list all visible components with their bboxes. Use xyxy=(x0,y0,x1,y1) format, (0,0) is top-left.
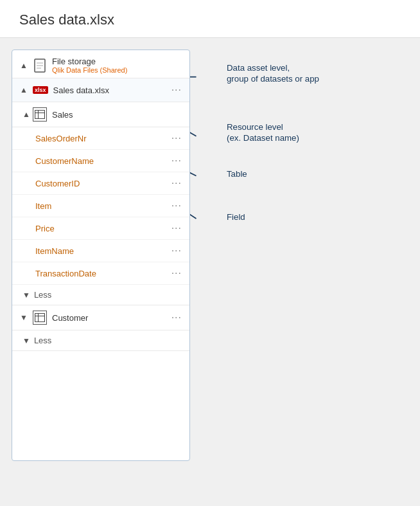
less-customer-chevron-icon: ▼ xyxy=(22,336,30,345)
field-salesordernr: SalesOrderNr xyxy=(35,134,169,143)
customer-table-row: ▼ Customer ··· xyxy=(12,305,189,330)
file-storage-row: ▲ File storage Qlik Data Files (Shared) xyxy=(12,50,189,78)
field-row-price: Price ··· xyxy=(12,217,189,240)
customer-table-menu[interactable]: ··· xyxy=(169,312,184,323)
field-row-customerid: CustomerID ··· xyxy=(12,172,189,195)
svg-line-17 xyxy=(190,182,196,219)
field-row-salesordernr: SalesOrderNr ··· xyxy=(12,127,189,150)
svg-line-13 xyxy=(190,115,196,136)
svg-rect-1 xyxy=(35,111,45,119)
file-storage-name: File storage xyxy=(52,57,127,66)
svg-text:(ex. Dataset name): (ex. Dataset name) xyxy=(227,133,299,143)
svg-text:Resource level: Resource level xyxy=(227,122,283,132)
field-itemname-menu[interactable]: ··· xyxy=(169,245,184,257)
page-container: Sales data.xlsx ▲ File storage Qlik Data… xyxy=(0,0,420,506)
collapse-customer-button[interactable]: ▼ xyxy=(17,311,30,324)
xlsx-badge: xlsx xyxy=(33,86,48,94)
sales-table-row: ▲ Sales xyxy=(12,102,189,127)
field-itemname: ItemName xyxy=(35,246,169,256)
field-price: Price xyxy=(35,224,169,233)
svg-text:Field: Field xyxy=(227,212,245,222)
resource-row: ▲ xlsx Sales data.xlsx ··· xyxy=(12,78,189,102)
svg-text:Table: Table xyxy=(227,169,247,179)
less-sales-label: Less xyxy=(34,290,51,300)
annotations-area: Data asset level, group of datasets or a… xyxy=(190,50,408,461)
svg-line-15 xyxy=(190,154,196,176)
svg-rect-4 xyxy=(35,314,45,322)
less-customer-label: Less xyxy=(34,336,51,345)
sales-table-name: Sales xyxy=(52,110,184,120)
file-icon xyxy=(33,59,47,73)
field-transactiondate: TransactionDate xyxy=(35,269,169,278)
field-item-menu[interactable]: ··· xyxy=(169,200,184,212)
main-content: ▲ File storage Qlik Data Files (Shared) … xyxy=(0,38,420,473)
less-sales-button[interactable]: ▼ Less xyxy=(12,285,189,305)
customer-table-name: Customer xyxy=(52,313,169,323)
svg-text:group of datasets or app: group of datasets or app xyxy=(227,74,319,84)
collapse-file-storage-button[interactable]: ▲ xyxy=(17,59,30,72)
page-title: Sales data.xlsx xyxy=(0,0,420,38)
field-customername: CustomerName xyxy=(35,156,169,166)
field-row-customername: CustomerName ··· xyxy=(12,150,189,172)
left-panel: ▲ File storage Qlik Data Files (Shared) … xyxy=(12,50,190,461)
less-customer-button[interactable]: ▼ Less xyxy=(12,330,189,351)
field-customername-menu[interactable]: ··· xyxy=(169,155,184,167)
customer-table-icon xyxy=(33,311,47,325)
collapse-sales-table-button[interactable]: ▲ xyxy=(17,108,30,121)
field-salesordernr-menu[interactable]: ··· xyxy=(169,132,184,144)
field-price-menu[interactable]: ··· xyxy=(169,222,184,234)
field-item: Item xyxy=(35,201,169,211)
field-row-transactiondate: TransactionDate ··· xyxy=(12,262,189,285)
field-transactiondate-menu[interactable]: ··· xyxy=(169,267,184,279)
less-sales-chevron-icon: ▼ xyxy=(22,291,30,300)
resource-name: Sales data.xlsx xyxy=(53,86,169,95)
field-customerid: CustomerID xyxy=(35,179,169,188)
collapse-resource-button[interactable]: ▲ xyxy=(17,84,30,96)
field-customerid-menu[interactable]: ··· xyxy=(169,177,184,189)
table-icon xyxy=(33,107,47,122)
svg-text:Data asset level,: Data asset level, xyxy=(227,63,290,73)
field-row-item: Item ··· xyxy=(12,195,189,217)
file-storage-subtitle: Qlik Data Files (Shared) xyxy=(52,66,127,74)
field-row-itemname: ItemName ··· xyxy=(12,240,189,262)
resource-menu-button[interactable]: ··· xyxy=(169,84,184,96)
file-storage-info: File storage Qlik Data Files (Shared) xyxy=(52,57,127,74)
